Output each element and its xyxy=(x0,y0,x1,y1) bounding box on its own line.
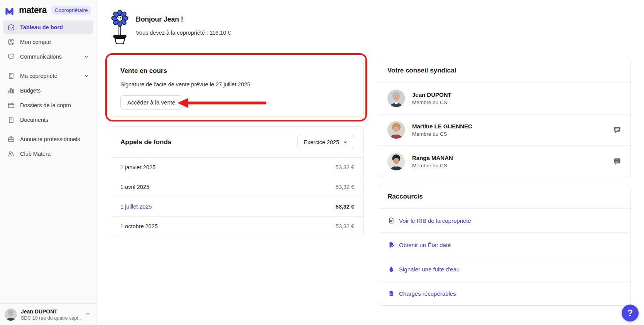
sidebar-item-label: Mon compte xyxy=(20,39,90,45)
logo-wordmark: matera xyxy=(19,5,47,15)
sale-card-description: Signature de l'acte de vente prévue le 2… xyxy=(120,81,354,88)
matera-logo-icon[interactable] xyxy=(5,6,15,15)
briefcase-icon xyxy=(7,135,15,143)
user-texts: Jean DUPONT SDC 10 rue du quatre sept... xyxy=(21,308,81,321)
page-greeting: Bonjour Jean ! xyxy=(136,15,183,24)
shortcuts-card: Raccourcis Voir le RIB de la copropriété… xyxy=(378,185,631,306)
sidebar-item-documents[interactable]: Documents xyxy=(3,113,93,127)
exercise-year-dropdown[interactable]: Exercice 2025 xyxy=(297,135,354,149)
chevron-down-icon xyxy=(343,140,348,145)
shortcut-view-rib[interactable]: Voir le RIB de la copropriété xyxy=(378,208,630,232)
shortcuts-card-title: Raccourcis xyxy=(387,193,423,200)
sidebar-user-menu[interactable]: Jean DUPONT SDC 10 rue du quatre sept... xyxy=(0,303,96,325)
sidebar-item-label: Documents xyxy=(20,117,90,123)
chat-bubble-icon xyxy=(7,53,15,61)
member-texts: Martine LE GUENNEC Membre du CS xyxy=(412,123,606,137)
user-subtitle: SDC 10 rue du quatre sept... xyxy=(21,315,81,321)
shortcut-charges[interactable]: Charges récupérables xyxy=(378,281,630,305)
member-texts: Ranga MANAN Membre du CS xyxy=(412,155,606,168)
council-member-row: Jean DUPONT Membre du CS xyxy=(378,83,630,114)
member-avatar xyxy=(387,153,405,170)
sidebar-item-budgets[interactable]: Budgets xyxy=(3,84,93,98)
funds-card: Appels de fonds Exercice 2025 1 janvier … xyxy=(111,126,364,236)
user-avatar xyxy=(5,308,17,321)
users-icon xyxy=(7,150,15,158)
member-role: Membre du CS xyxy=(412,99,621,105)
member-role: Membre du CS xyxy=(412,163,606,168)
member-role: Membre du CS xyxy=(412,131,606,137)
sale-card-title: Vente en cours xyxy=(120,67,354,75)
funds-row: 1 janvier 2025 53,32 € xyxy=(111,157,363,177)
help-button[interactable]: ? xyxy=(622,305,639,322)
bar-chart-icon xyxy=(7,87,15,95)
user-circle-icon xyxy=(7,38,15,46)
sidebar-item-dossiers[interactable]: Dossiers de la copro xyxy=(3,98,93,112)
funds-row-date-link[interactable]: 1 juillet 2025 xyxy=(120,204,152,210)
funds-row-date: 1 avril 2025 xyxy=(120,184,149,190)
sidebar-item-label: Budgets xyxy=(20,88,90,94)
shortcuts-card-header: Raccourcis xyxy=(378,185,630,208)
sidebar-item-label: Communications xyxy=(20,54,78,60)
sidebar-item-ma-copropriete[interactable]: Ma copropriété xyxy=(3,69,93,83)
document-icon xyxy=(387,217,395,224)
exercise-year-label: Exercice 2025 xyxy=(304,139,339,145)
sidebar-item-label: Annuaire professionnels xyxy=(20,136,90,142)
funds-row-date: 1 janvier 2025 xyxy=(120,164,156,170)
user-name: Jean DUPONT xyxy=(21,308,81,315)
chevron-down-icon xyxy=(85,311,91,318)
sale-card: Vente en cours Signature de l'acte de ve… xyxy=(111,58,364,117)
shortcut-water-leak[interactable]: Signaler une fuite d'eau xyxy=(378,257,630,281)
sidebar-item-mon-compte[interactable]: Mon compte xyxy=(3,35,93,49)
chat-message-icon xyxy=(613,126,621,134)
chevron-down-icon xyxy=(83,54,90,60)
shortcut-etat-date[interactable]: Obtenir un État daté xyxy=(378,232,630,257)
funds-row: 1 avril 2025 53,32 € xyxy=(111,177,363,197)
logo-row: matera Copropriétaire xyxy=(0,0,96,15)
member-texts: Jean DUPONT Membre du CS xyxy=(412,91,621,105)
funds-card-header: Appels de fonds Exercice 2025 xyxy=(111,127,363,157)
message-member-button[interactable] xyxy=(613,126,621,134)
sidebar-item-communications[interactable]: Communications xyxy=(3,50,93,64)
funds-row-amount: 53,32 € xyxy=(336,184,354,190)
council-member-row: Martine LE GUENNEC Membre du CS xyxy=(378,114,630,146)
sidebar-item-annuaire[interactable]: Annuaire professionnels xyxy=(3,132,93,146)
funds-row-current: 1 juillet 2025 53,32 € xyxy=(111,197,363,216)
sidebar-item-label: Tableau de bord xyxy=(20,24,90,30)
sidebar-item-label: Ma copropriété xyxy=(20,73,78,79)
role-badge: Copropriétaire xyxy=(51,6,91,15)
council-card: Votre conseil syndical Jean DUPONT Membr… xyxy=(378,58,631,177)
document-chart-icon xyxy=(387,290,395,297)
document-icon xyxy=(7,116,15,124)
sidebar-nav: Tableau de bord Mon compte Communication… xyxy=(0,20,96,161)
sidebar: matera Copropriétaire Tableau de bord Mo… xyxy=(0,0,97,325)
message-member-button[interactable] xyxy=(613,157,621,166)
funds-row: 1 octobre 2025 53,32 € xyxy=(111,216,363,236)
sidebar-item-label: Dossiers de la copro xyxy=(20,102,90,108)
member-avatar xyxy=(387,89,405,107)
shortcut-label: Obtenir un État daté xyxy=(399,242,451,248)
shortcut-label: Voir le RIB de la copropriété xyxy=(399,217,471,224)
document-edit-icon xyxy=(387,241,395,249)
folder-icon xyxy=(7,101,15,109)
council-card-title: Votre conseil syndical xyxy=(387,67,456,74)
member-avatar xyxy=(387,121,405,139)
shortcut-label: Signaler une fuite d'eau xyxy=(399,266,460,273)
funds-row-amount: 53,32 € xyxy=(336,204,354,210)
funds-row-date: 1 octobre 2025 xyxy=(120,223,158,229)
council-card-header: Votre conseil syndical xyxy=(378,58,630,83)
sidebar-item-tableau-de-bord[interactable]: Tableau de bord xyxy=(3,20,93,34)
sidebar-item-club-matera[interactable]: Club Matera xyxy=(3,147,93,161)
access-sale-button[interactable]: Accéder à la vente xyxy=(120,95,182,109)
funds-row-amount: 53,32 € xyxy=(336,223,354,229)
flower-pot-illustration xyxy=(111,8,129,46)
inbox-icon xyxy=(7,24,15,32)
council-member-row: Ranga MANAN Membre du CS xyxy=(378,145,630,177)
chevron-down-icon xyxy=(83,73,90,79)
water-drop-icon xyxy=(387,266,395,273)
funds-row-amount: 53,32 € xyxy=(336,164,354,170)
member-name: Jean DUPONT xyxy=(412,91,621,98)
funds-card-title: Appels de fonds xyxy=(120,138,171,146)
member-name: Martine LE GUENNEC xyxy=(412,123,606,130)
building-icon xyxy=(7,72,15,80)
shortcut-label: Charges récupérables xyxy=(399,290,456,297)
